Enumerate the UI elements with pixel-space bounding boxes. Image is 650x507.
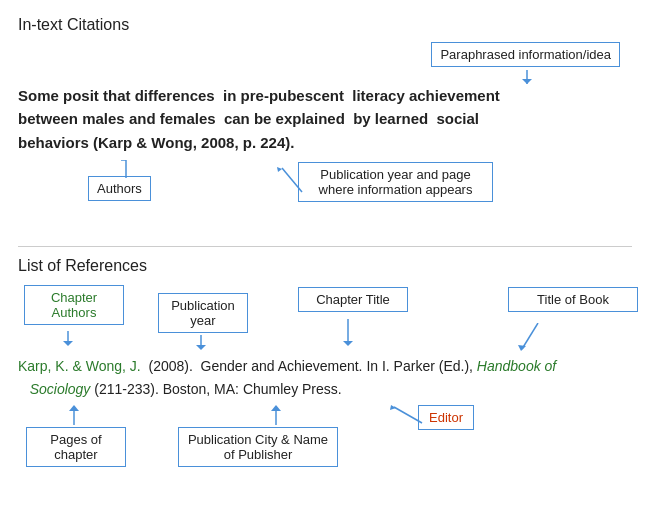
svg-marker-1 bbox=[522, 79, 532, 84]
intext-section: In-text Citations Paraphrased informatio… bbox=[18, 16, 632, 228]
ref-text: Karp, K. & Wong, J. (2008). Gender and A… bbox=[18, 355, 632, 401]
svg-marker-8 bbox=[63, 341, 73, 346]
pages-box: Pages of chapter bbox=[26, 427, 126, 467]
editor-arrow bbox=[386, 405, 424, 427]
pub-year-arrow bbox=[274, 164, 304, 194]
title-of-book-box: Title of Book bbox=[508, 287, 638, 312]
svg-line-5 bbox=[282, 168, 302, 192]
pub-city-box: Publication City & Name of Publisher bbox=[178, 427, 338, 467]
chapter-authors-box: Chapter Authors bbox=[24, 285, 124, 325]
pub-year-box: Publication year and page where informat… bbox=[298, 162, 493, 202]
divider bbox=[18, 246, 632, 247]
svg-marker-20 bbox=[390, 405, 396, 410]
chapter-authors-arrow bbox=[58, 331, 78, 347]
references-section: List of References Chapter Authors Publi… bbox=[18, 257, 632, 480]
paraphrase-box: Paraphrased information/idea bbox=[431, 42, 620, 67]
authors-arrow bbox=[118, 160, 148, 180]
svg-line-13 bbox=[522, 323, 538, 349]
intext-top-annotation: Paraphrased information/idea bbox=[18, 42, 632, 78]
editor-box: Editor bbox=[418, 405, 474, 430]
svg-marker-12 bbox=[343, 341, 353, 346]
title-of-book-arrow bbox=[518, 323, 558, 351]
references-section-title: List of References bbox=[18, 257, 632, 275]
chapter-title-arrow bbox=[338, 319, 358, 347]
svg-marker-6 bbox=[277, 167, 282, 172]
svg-marker-16 bbox=[69, 405, 79, 411]
intext-body-text: Some posit that differences in pre-pubes… bbox=[18, 84, 632, 154]
svg-marker-14 bbox=[518, 345, 526, 351]
intext-section-title: In-text Citations bbox=[18, 16, 632, 34]
ref-top-annotations: Chapter Authors Publication year Chapter… bbox=[18, 283, 632, 351]
ref-bottom-annotations: Pages of chapter Publication City & Name… bbox=[18, 405, 632, 480]
paraphrase-arrow bbox=[512, 70, 542, 84]
pub-year-ref-arrow bbox=[191, 335, 211, 351]
svg-marker-18 bbox=[271, 405, 281, 411]
chapter-title-box: Chapter Title bbox=[298, 287, 408, 312]
svg-line-19 bbox=[394, 407, 422, 423]
pub-city-arrow bbox=[266, 405, 286, 427]
pub-year-ref-box: Publication year bbox=[158, 293, 248, 333]
ref-author-colored: Karp, K. & Wong, J. bbox=[18, 358, 141, 374]
svg-marker-10 bbox=[196, 345, 206, 350]
pages-arrow bbox=[68, 405, 88, 427]
intext-bottom-annotations: Authors Publication year and page where … bbox=[18, 160, 632, 228]
